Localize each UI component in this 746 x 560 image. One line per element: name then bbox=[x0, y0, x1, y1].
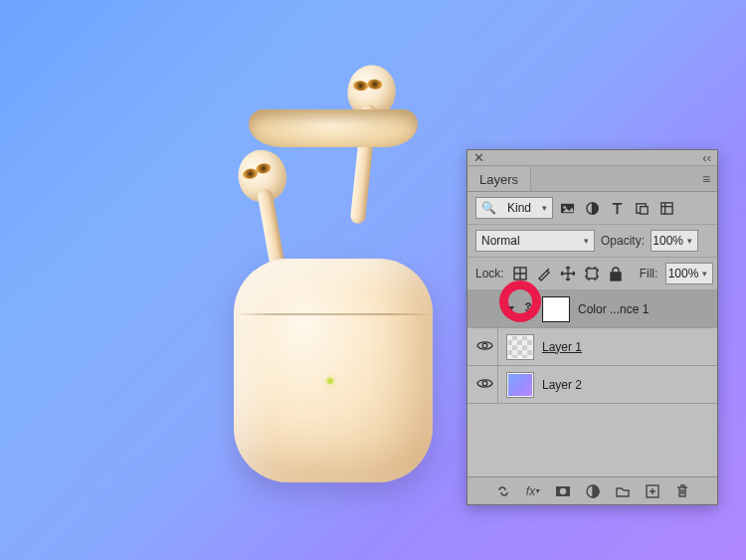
lock-row: Lock: Fill: 100% ▾ bbox=[467, 258, 717, 290]
search-icon: 🔍 bbox=[481, 201, 496, 215]
layer-thumbnail[interactable] bbox=[542, 296, 570, 322]
lock-label: Lock: bbox=[475, 267, 504, 280]
svg-rect-7 bbox=[587, 269, 597, 279]
filter-kind-label: Kind bbox=[507, 201, 531, 215]
delete-layer-icon[interactable] bbox=[674, 483, 690, 499]
canvas-artwork bbox=[194, 94, 472, 492]
layer-row[interactable]: Color ...nce 1 bbox=[467, 290, 717, 328]
svg-point-1 bbox=[563, 206, 566, 209]
lock-all-icon[interactable] bbox=[608, 266, 624, 281]
lock-move-icon[interactable] bbox=[560, 266, 576, 281]
expand-icon[interactable] bbox=[506, 306, 514, 312]
case-lid bbox=[249, 109, 418, 147]
layer-name[interactable]: Color ...nce 1 bbox=[578, 302, 649, 316]
opacity-value: 100% bbox=[653, 234, 683, 248]
blend-row: Normal ▾ Opacity: 100% ▾ bbox=[467, 225, 717, 258]
chevron-down-icon: ▾ bbox=[702, 269, 707, 279]
svg-point-10 bbox=[482, 343, 487, 348]
fill-value: 100% bbox=[668, 267, 699, 280]
filter-shape-icon[interactable] bbox=[634, 200, 650, 216]
panel-menu-icon[interactable]: ≡ bbox=[695, 171, 717, 187]
blend-mode-value: Normal bbox=[481, 234, 520, 248]
lock-artboard-icon[interactable] bbox=[584, 266, 600, 281]
panel-close-icon[interactable]: ✕ bbox=[473, 150, 484, 165]
fill-input[interactable]: 100% ▾ bbox=[665, 263, 713, 284]
panel-tabs: Layers ≡ bbox=[467, 166, 717, 192]
layer-name[interactable]: Layer 1 bbox=[542, 340, 582, 354]
layer-thumbnail[interactable] bbox=[506, 334, 534, 360]
layers-panel: ✕ ‹‹ Layers ≡ 🔍 Kind ▾ Normal ▾ Opacity:… bbox=[466, 149, 718, 505]
layer-filter-row: 🔍 Kind ▾ bbox=[467, 192, 717, 225]
panel-topbar: ✕ ‹‹ bbox=[467, 150, 717, 166]
new-group-icon[interactable] bbox=[615, 483, 631, 499]
filter-adjust-icon[interactable] bbox=[584, 200, 600, 216]
layer-name[interactable]: Layer 2 bbox=[542, 378, 582, 392]
opacity-label: Opacity: bbox=[601, 234, 645, 248]
visibility-toggle-icon[interactable] bbox=[476, 337, 493, 357]
link-layers-icon[interactable] bbox=[495, 483, 511, 499]
chevron-down-icon: ▾ bbox=[542, 203, 547, 213]
panel-collapse-icon[interactable]: ‹‹ bbox=[702, 150, 711, 165]
svg-rect-5 bbox=[660, 202, 671, 213]
fill-label: Fill: bbox=[640, 267, 658, 280]
earbud-case bbox=[234, 259, 433, 482]
svg-rect-8 bbox=[611, 273, 621, 280]
add-mask-icon[interactable] bbox=[555, 483, 571, 499]
lock-paint-icon[interactable] bbox=[536, 266, 552, 281]
new-layer-icon[interactable] bbox=[645, 483, 660, 499]
lock-transparency-icon[interactable] bbox=[512, 266, 528, 281]
layer-thumbnail[interactable] bbox=[506, 372, 534, 398]
layer-list: Color ...nce 1 Layer 1 bbox=[467, 290, 717, 476]
svg-point-11 bbox=[482, 381, 487, 386]
panel-footer: fx▾ bbox=[467, 476, 717, 504]
opacity-input[interactable]: 100% ▾ bbox=[651, 230, 698, 252]
link-icon bbox=[522, 301, 534, 316]
svg-point-13 bbox=[559, 487, 565, 493]
tab-layers[interactable]: Layers bbox=[467, 167, 531, 191]
layer-row[interactable]: Layer 2 bbox=[467, 366, 717, 404]
filter-type-icon[interactable] bbox=[609, 200, 625, 216]
new-adjustment-icon[interactable] bbox=[585, 483, 601, 499]
filter-smart-icon[interactable] bbox=[658, 200, 674, 216]
chevron-down-icon: ▾ bbox=[687, 236, 692, 246]
visibility-toggle-icon[interactable] bbox=[476, 375, 493, 395]
blend-mode-select[interactable]: Normal ▾ bbox=[475, 230, 595, 252]
svg-point-9 bbox=[482, 305, 487, 310]
visibility-toggle-icon[interactable] bbox=[476, 299, 493, 319]
chevron-down-icon: ▾ bbox=[584, 236, 589, 246]
layer-row[interactable]: Layer 1 bbox=[467, 328, 717, 366]
layer-effects-icon[interactable]: fx▾ bbox=[525, 483, 541, 499]
filter-pixel-icon[interactable] bbox=[559, 200, 575, 216]
svg-rect-4 bbox=[640, 206, 648, 214]
filter-kind-select[interactable]: 🔍 Kind ▾ bbox=[475, 197, 553, 219]
